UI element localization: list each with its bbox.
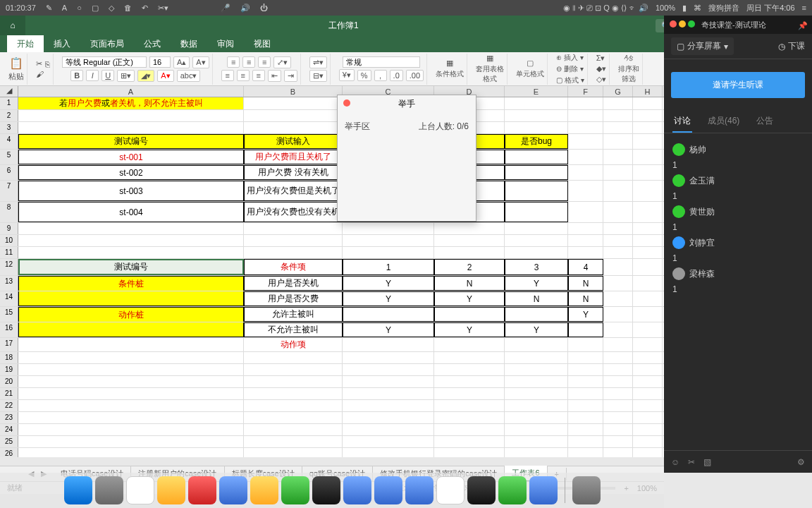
cell[interactable]: 用户没有欠费但是关机了	[244, 181, 343, 201]
delete-cell[interactable]: ⊖ 删除 ▾	[556, 64, 584, 74]
border-button[interactable]: ⊞▾	[117, 70, 135, 82]
sort-icon[interactable]: ⅍	[624, 54, 633, 63]
fill-icon[interactable]: ◆▾	[596, 64, 606, 73]
ime-name[interactable]: 搜狗拼音	[708, 3, 739, 13]
power-icon[interactable]: ⏻	[260, 4, 268, 12]
share-screen-button[interactable]: ▢分享屏幕▾	[671, 37, 734, 55]
emoji-icon[interactable]: ☺	[671, 457, 679, 467]
mic-icon[interactable]: 🎤	[221, 4, 230, 13]
settings-icon[interactable]: ⚙	[797, 457, 805, 467]
ime-icon[interactable]: ⌘	[694, 4, 701, 13]
tab-home[interactable]: 开始	[7, 35, 44, 52]
invite-button[interactable]: 邀请学生听课	[671, 72, 805, 98]
col-B[interactable]: B	[244, 86, 343, 97]
dec-dec-button[interactable]: .00	[406, 70, 424, 81]
italic-button[interactable]: I	[86, 70, 99, 81]
format-cell[interactable]: ▢ 格式 ▾	[556, 75, 584, 85]
dock-app3[interactable]	[374, 476, 402, 504]
cell[interactable]: 3	[505, 259, 568, 275]
fontsize-select[interactable]	[149, 56, 171, 68]
col-G[interactable]: G	[603, 86, 633, 97]
end-class-button[interactable]: ◷下课	[778, 40, 805, 52]
wrap-button[interactable]: ⇌▾	[309, 56, 327, 68]
cell[interactable]: 测试编号	[18, 259, 244, 275]
list-item[interactable]: 梁梓森	[672, 263, 804, 284]
dock-launchpad[interactable]	[95, 476, 123, 504]
spreadsheet[interactable]: ◢ A B C D E F G H 1 若用户欠费或者关机，则不允许主被叫 2 …	[0, 86, 664, 457]
list-item[interactable]: 刘静宜	[672, 232, 804, 253]
trash-icon[interactable]: 🗑	[124, 4, 132, 12]
letter-a-icon[interactable]: A	[62, 4, 67, 12]
col-A[interactable]: A	[18, 86, 244, 97]
cell[interactable]: 测试编号	[18, 134, 244, 149]
tab-view[interactable]: 视图	[244, 35, 281, 52]
cell[interactable]: 若用户欠费或者关机，则不允许主被叫	[18, 97, 244, 109]
cell[interactable]: st-001	[18, 150, 244, 164]
dock-appstore[interactable]	[219, 476, 247, 504]
dock-text[interactable]	[436, 476, 465, 504]
image-icon[interactable]: ▧	[703, 457, 711, 467]
dock-obs[interactable]	[467, 476, 496, 504]
dock-excel[interactable]	[498, 476, 527, 504]
phonetic-button[interactable]: abc▾	[177, 70, 201, 82]
cell[interactable]: 1	[343, 259, 434, 275]
undo-icon[interactable]: ↶	[142, 4, 148, 13]
cell[interactable]: st-003	[18, 181, 244, 201]
col-H[interactable]: H	[633, 86, 663, 97]
select-all-corner[interactable]: ◢	[0, 86, 18, 97]
merge-button[interactable]: ⊟▾	[309, 70, 327, 82]
square-icon[interactable]: ▢	[92, 4, 99, 13]
cell[interactable]: st-004	[18, 202, 244, 222]
cell[interactable]: 2	[434, 259, 505, 275]
dock-notes[interactable]	[250, 476, 278, 504]
tools-icon[interactable]: ✂▾	[158, 4, 168, 13]
align-mid[interactable]: ≡	[242, 56, 255, 68]
paste-icon[interactable]: 📋	[9, 56, 23, 70]
volume-icon[interactable]: 🔊	[240, 4, 250, 13]
tab-review[interactable]: 审阅	[207, 35, 244, 52]
list-item[interactable]: 金玉满	[672, 170, 804, 191]
raise-hand-popup[interactable]: 举手 举手区 上台人数: 0/6	[337, 95, 476, 222]
cellfmt-icon[interactable]: ▢	[527, 59, 534, 68]
percent-button[interactable]: %	[357, 70, 371, 81]
cell[interactable]: 4	[568, 259, 603, 275]
fill-button[interactable]: ◢▾	[137, 70, 154, 82]
col-F[interactable]: F	[568, 86, 603, 97]
tab-layout[interactable]: 页面布局	[80, 35, 134, 52]
bold-button[interactable]: B	[70, 70, 83, 81]
cell[interactable]: st-002	[18, 165, 244, 180]
list-item[interactable]: 黄世勋	[672, 201, 804, 222]
dock-evernote[interactable]	[281, 476, 309, 504]
increase-font[interactable]: A▴	[173, 56, 190, 68]
cut-icon[interactable]: ✂	[36, 59, 42, 68]
pin-icon[interactable]: 📌	[798, 21, 808, 30]
copy-icon[interactable]: ⎘	[45, 60, 50, 68]
tab-members[interactable]: 成员(46)	[706, 111, 741, 133]
align-left[interactable]: ≡	[221, 70, 234, 81]
decrease-font[interactable]: A▾	[192, 56, 209, 68]
cell[interactable]: 是否bug	[505, 134, 568, 149]
list-icon[interactable]: ≡	[802, 4, 806, 12]
autosum-icon[interactable]: Σ▾	[596, 54, 605, 63]
dock-app[interactable]	[157, 476, 185, 504]
scissors-icon[interactable]: ✂	[688, 457, 695, 467]
numfmt-select[interactable]	[343, 56, 420, 68]
align-bot[interactable]: ≡	[258, 56, 271, 68]
dock-app4[interactable]	[405, 476, 433, 504]
align-center[interactable]: ≡	[237, 70, 250, 81]
tab-data[interactable]: 数据	[171, 35, 207, 52]
dock-finder[interactable]	[64, 476, 92, 504]
clear-icon[interactable]: ◇▾	[596, 75, 606, 84]
tab-notice[interactable]: 公告	[755, 111, 775, 133]
cell[interactable]: 条件项	[244, 259, 343, 275]
inc-dec-button[interactable]: .0	[390, 70, 403, 81]
cell[interactable]: 用户欠费而且关机了	[244, 150, 343, 164]
tab-discuss[interactable]: 讨论	[672, 111, 692, 133]
list-item[interactable]: 杨帅	[672, 139, 804, 160]
pencil-icon[interactable]: ✎	[46, 4, 52, 13]
indent-dec[interactable]: ⇤	[268, 70, 281, 82]
dock-chrome[interactable]	[126, 476, 154, 504]
tab-formula[interactable]: 公式	[134, 35, 171, 52]
align-right[interactable]: ≡	[252, 70, 265, 81]
insert-cell[interactable]: ⊕ 插入 ▾	[556, 53, 584, 63]
